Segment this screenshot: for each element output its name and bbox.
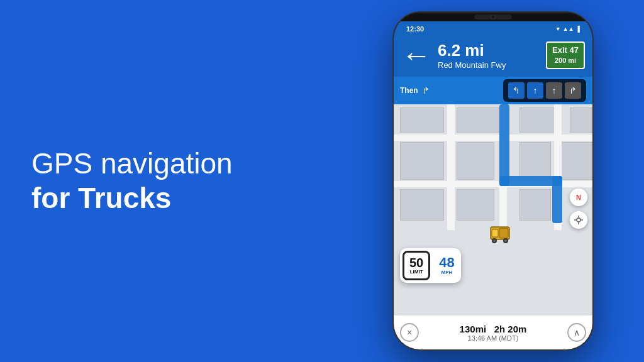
- city-block: [400, 189, 444, 221]
- city-block: [457, 142, 494, 180]
- bottom-bar: × 130mi 2h 20m 13:46 AM (MDT) ∧: [394, 315, 592, 349]
- lane-indicators: ↰ ↑ ↑ ↱: [503, 79, 586, 102]
- svg-point-9: [493, 239, 496, 242]
- phone-wrapper: 12:30 ▼ ▲▲ ▐ ← 6.2 mi Red Mountain Fwy E…: [342, 0, 644, 362]
- speed-number: 48: [439, 256, 454, 270]
- exit-distance: 200 mi: [552, 56, 579, 65]
- truck-svg: [484, 214, 516, 246]
- svg-rect-6: [492, 229, 498, 237]
- nav-header: ← 6.2 mi Red Mountain Fwy Exit 47 200 mi: [394, 35, 592, 77]
- road-horizontal: [394, 181, 592, 187]
- headline-line1: GPS navigation: [31, 147, 233, 180]
- route-segment-1: [499, 104, 509, 186]
- nav-distance: 6.2 mi: [438, 41, 540, 60]
- city-block: [400, 107, 444, 133]
- speed-display: 50 LIMIT 48 MPH: [400, 248, 461, 283]
- headline: GPS navigation for Trucks: [31, 146, 311, 216]
- svg-rect-7: [499, 228, 508, 238]
- svg-point-0: [577, 218, 580, 222]
- exit-sign: Exit 47 200 mi: [546, 41, 585, 69]
- cancel-button[interactable]: ×: [400, 323, 419, 342]
- city-block: [519, 142, 551, 180]
- route-summary: 130mi 2h 20m 13:46 AM (MDT): [460, 324, 527, 342]
- nav-street: Red Mountain Fwy: [438, 60, 540, 70]
- exit-number: Exit 47: [552, 45, 579, 56]
- status-time: 12:30: [406, 25, 424, 33]
- lane-right-turn: ↱: [565, 82, 581, 99]
- battery-icon: ▐: [576, 26, 580, 32]
- lane-straight-1: ↑: [527, 82, 543, 99]
- route-main: 130mi 2h 20m: [460, 324, 527, 334]
- status-icons: ▼ ▲▲ ▐: [555, 26, 580, 32]
- current-speed: 48 MPH: [433, 252, 460, 279]
- speed-limit-label: LIMIT: [409, 269, 423, 275]
- map-canvas: [394, 104, 592, 315]
- nav-info: 6.2 mi Red Mountain Fwy: [438, 41, 540, 70]
- left-panel: GPS navigation for Trucks: [0, 109, 342, 253]
- then-label: Then: [400, 86, 418, 95]
- route-duration: 2h 20m: [494, 324, 527, 334]
- signal-icon: ▲▲: [563, 26, 574, 32]
- recenter-icon: [574, 216, 583, 224]
- lane-straight-2: ↑: [546, 82, 562, 99]
- then-bar: Then ↱ ↰ ↑ ↑ ↱: [394, 77, 592, 104]
- city-block: [519, 107, 557, 133]
- road-vertical: [447, 104, 455, 230]
- headline-line2: for Trucks: [31, 182, 171, 214]
- lane-left-turn: ↰: [508, 82, 525, 99]
- speed-limit-sign: 50 LIMIT: [402, 251, 430, 280]
- truck-icon: [484, 214, 509, 239]
- then-arrow-icon: ↱: [422, 85, 430, 96]
- map-area: N: [394, 104, 592, 315]
- city-block: [570, 107, 592, 133]
- turn-arrow-icon: ←: [401, 40, 431, 70]
- svg-point-11: [504, 239, 507, 242]
- wifi-icon: ▼: [555, 26, 561, 32]
- cancel-icon: ×: [407, 327, 412, 337]
- compass-label: N: [576, 194, 581, 201]
- city-block: [400, 142, 444, 180]
- road-horizontal: [394, 134, 592, 141]
- speed-unit: MPH: [439, 270, 454, 275]
- city-block: [519, 189, 551, 221]
- city-block: [560, 142, 592, 180]
- phone-notch: [394, 13, 592, 21]
- status-bar: 12:30 ▼ ▲▲ ▐: [394, 21, 592, 35]
- route-distance: 130mi: [460, 324, 487, 334]
- expand-button[interactable]: ∧: [567, 323, 586, 342]
- phone: 12:30 ▼ ▲▲ ▐ ← 6.2 mi Red Mountain Fwy E…: [392, 11, 594, 351]
- route-segment-3: [552, 176, 562, 223]
- speed-limit-number: 50: [409, 256, 423, 269]
- route-eta: 13:46 AM (MDT): [460, 334, 527, 342]
- camera-dot: [491, 14, 496, 19]
- expand-icon: ∧: [574, 327, 580, 337]
